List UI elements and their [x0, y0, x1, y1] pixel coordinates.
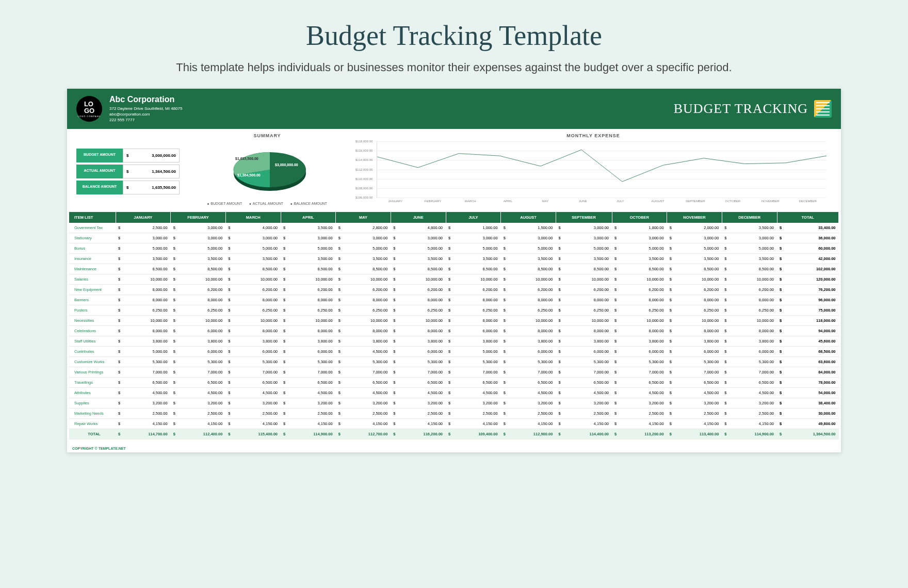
row-total-cell: $38,400.00: [777, 398, 838, 409]
item-cell: Banners: [69, 295, 116, 305]
value-cell: $3,000.00: [116, 233, 171, 243]
value-cell: $7,000.00: [612, 367, 667, 378]
value-cell: $6,500.00: [446, 378, 501, 388]
value-cell: $3,500.00: [281, 223, 336, 233]
value-cell: $4,150.00: [391, 419, 446, 429]
y-tick: $116,000.00: [355, 149, 372, 152]
x-tick: JUNE: [564, 198, 602, 203]
value-cell: $6,250.00: [446, 305, 501, 316]
value-cell: $3,800.00: [722, 336, 777, 347]
value-cell: $7,000.00: [336, 367, 391, 378]
value-cell: $5,000.00: [722, 243, 777, 254]
value-cell: $8,500.00: [391, 264, 446, 274]
col-total-cell: $116,200.00: [391, 429, 446, 439]
value-cell: $8,000.00: [501, 326, 556, 336]
value-cell: $1,800.00: [612, 223, 667, 233]
value-cell: $8,000.00: [336, 326, 391, 336]
value-cell: $8,000.00: [667, 326, 722, 336]
value-cell: $10,000.00: [116, 274, 171, 285]
value-cell: $6,500.00: [281, 378, 336, 388]
col-header: NOVEMBER: [667, 212, 722, 223]
value-cell: $10,000.00: [556, 316, 612, 326]
table-row: Government Tax$2,500.00$3,000.00$4,000.0…: [69, 223, 839, 233]
value-cell: $10,000.00: [612, 274, 667, 285]
value-cell: $3,000.00: [556, 233, 612, 243]
value-cell: $7,000.00: [116, 367, 171, 378]
line-chart-block: MONTHLY EXPENSE $118,000.00$116,000.00$1…: [355, 133, 832, 207]
row-total-cell: $96,000.00: [777, 295, 838, 305]
logo-icon: LOGO LOGO COMPANY: [76, 96, 102, 122]
x-tick: MARCH: [451, 198, 489, 203]
expense-table-wrap: ITEM LISTJANUARYFEBRUARYMARCHAPRILMAYJUN…: [67, 209, 841, 445]
col-header: MARCH: [225, 212, 281, 223]
actual-value: $1,364,500.00: [123, 165, 180, 178]
x-tick: NOVEMBER: [752, 198, 789, 203]
balance-label: BALANCE AMOUNT: [76, 181, 123, 194]
value-cell: $3,000.00: [225, 233, 281, 243]
value-cell: $5,000.00: [171, 243, 226, 254]
logo-subtext: LOGO COMPANY: [78, 115, 101, 118]
y-tick: $110,000.00: [355, 177, 372, 181]
value-cell: $3,200.00: [391, 398, 446, 409]
value-cell: $6,250.00: [281, 305, 336, 316]
value-cell: $5,000.00: [281, 243, 336, 254]
table-row: Maintenance$8,500.00$8,500.00$8,500.00$8…: [69, 264, 839, 274]
pie-label-balance: $1,635,500.00: [235, 157, 258, 160]
x-tick: OCTOBER: [714, 198, 752, 203]
value-cell: $4,150.00: [171, 419, 226, 429]
value-cell: $8,000.00: [556, 295, 612, 305]
value-cell: $2,500.00: [116, 409, 171, 419]
row-total-cell: $75,000.00: [777, 305, 838, 316]
row-total-cell: $49,800.00: [777, 419, 838, 429]
value-cell: $6,500.00: [116, 378, 171, 388]
value-cell: $2,500.00: [501, 409, 556, 419]
value-cell: $7,000.00: [225, 367, 281, 378]
row-total-cell: $42,000.00: [777, 254, 838, 264]
item-cell: Staff Utilities: [69, 336, 116, 347]
value-cell: $8,000.00: [612, 326, 667, 336]
value-cell: $6,250.00: [667, 305, 722, 316]
value-cell: $5,000.00: [446, 243, 501, 254]
table-row: Banners$8,000.00$8,000.00$8,000.00$8,000…: [69, 295, 839, 305]
value-cell: $4,150.00: [116, 419, 171, 429]
value-cell: $4,500.00: [501, 388, 556, 398]
value-cell: $6,500.00: [612, 378, 667, 388]
col-total-cell: $113,200.00: [612, 429, 667, 439]
value-cell: $10,000.00: [171, 274, 226, 285]
value-cell: $3,500.00: [722, 254, 777, 264]
value-cell: $3,500.00: [171, 254, 226, 264]
table-row: Repair Works$4,150.00$4,150.00$4,150.00$…: [69, 419, 839, 429]
y-tick: $106,000.00: [355, 196, 372, 199]
value-cell: $6,200.00: [612, 285, 667, 295]
col-header: SEPTEMBER: [556, 212, 612, 223]
col-header: DECEMBER: [722, 212, 777, 223]
value-cell: $5,300.00: [446, 357, 501, 367]
value-cell: $6,500.00: [556, 378, 612, 388]
item-cell: New Equipment: [69, 285, 116, 295]
value-cell: $8,000.00: [116, 326, 171, 336]
table-row: Insurance$3,500.00$3,500.00$3,500.00$3,5…: [69, 254, 839, 264]
value-cell: $7,000.00: [391, 367, 446, 378]
value-cell: $5,300.00: [391, 357, 446, 367]
value-cell: $6,200.00: [281, 285, 336, 295]
value-cell: $3,200.00: [171, 398, 226, 409]
value-cell: $10,000.00: [501, 274, 556, 285]
col-total-cell: $114,900.00: [722, 429, 777, 439]
logo-text: LOGO: [84, 101, 94, 114]
value-cell: $2,500.00: [171, 409, 226, 419]
value-cell: $2,500.00: [722, 409, 777, 419]
value-cell: $3,200.00: [116, 398, 171, 409]
item-cell: Posters: [69, 305, 116, 316]
value-cell: $5,300.00: [281, 357, 336, 367]
value-cell: $6,500.00: [667, 378, 722, 388]
table-row: Posters$6,250.00$6,250.00$6,250.00$6,250…: [69, 305, 839, 316]
value-cell: $6,200.00: [722, 285, 777, 295]
value-cell: $8,000.00: [336, 295, 391, 305]
sheet-title: BUDGET TRACKING: [674, 101, 808, 117]
value-cell: $6,250.00: [171, 305, 226, 316]
col-header: JULY: [446, 212, 501, 223]
value-cell: $10,000.00: [336, 274, 391, 285]
row-total-cell: $54,000.00: [777, 388, 838, 398]
pie-label-budget: $3,000,000.00: [275, 163, 298, 167]
total-label-cell: TOTAL: [69, 429, 116, 439]
